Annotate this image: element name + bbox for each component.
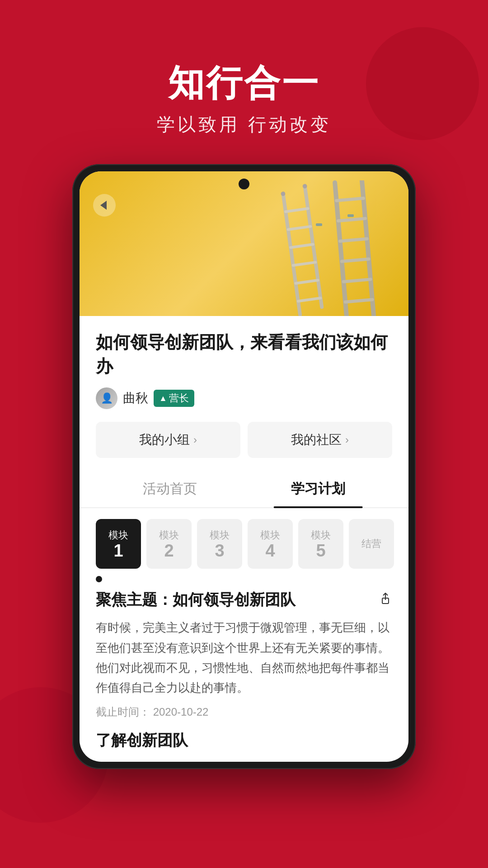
badge-text: 营长 [169,392,189,405]
module-tab-1[interactable]: 模块 1 [96,519,141,569]
svg-line-10 [335,183,347,316]
module-5-label: 模块 [311,528,331,542]
my-group-arrow-icon: › [193,434,197,446]
svg-line-14 [340,239,367,241]
svg-line-2 [286,208,308,212]
my-community-button[interactable]: 我的社区 › [248,422,392,458]
module-3-num: 3 [215,542,224,559]
camera-notch [239,179,249,189]
tab-activity[interactable]: 活动首页 [96,471,244,507]
module-2-label: 模块 [159,528,179,542]
author-name: 曲秋 [123,390,148,407]
svg-line-15 [342,259,369,261]
back-button[interactable] [93,194,116,217]
share-icon[interactable] [379,592,392,609]
svg-line-11 [362,180,374,316]
focus-body: 有时候，完美主义者过于习惯于微观管理，事无巨细，以至他们甚至没有意识到这个世界上… [96,618,392,698]
svg-rect-19 [347,214,354,217]
svg-line-16 [343,279,371,282]
author-avatar-icon: 👤 [96,387,117,409]
module-tabs: 模块 1 模块 2 模块 3 模块 4 模块 5 [80,519,408,569]
my-community-label: 我的社区 [291,431,342,448]
svg-line-4 [291,244,313,247]
deadline-label: 截止时间： [96,706,150,718]
module-4-label: 模块 [260,528,280,542]
phone-screen: 如何领导创新团队，来看看我们该如何办 👤 曲秋 ▲ 营长 我的小组 › [80,171,408,762]
svg-line-5 [293,262,316,265]
dot-indicator [80,572,408,590]
svg-line-12 [337,198,364,201]
article-title: 如何领导创新团队，来看看我们该如何办 [96,330,392,378]
module-2-num: 2 [164,542,174,559]
svg-line-6 [296,280,318,283]
section-heading: 了解创新团队 [96,730,392,751]
module-1-label: 模块 [108,528,128,542]
module-5-num: 5 [316,542,325,559]
tab-plan[interactable]: 学习计划 [244,471,392,507]
phone-mockup-container: 如何领导创新团队，来看看我们该如何办 👤 曲秋 ▲ 营长 我的小组 › [72,164,416,769]
author-badge: ▲ 营长 [154,390,194,407]
article-content: 如何领导创新团队，来看看我们该如何办 👤 曲秋 ▲ 营长 [80,316,408,409]
my-group-label: 我的小组 [139,431,190,448]
module-final-label: 结营 [361,537,381,551]
focus-section: 聚焦主题：如何领导创新团队 有时候，完美主义者过于习惯于微观管理，事无巨细，以至… [80,590,408,762]
module-tab-2[interactable]: 模块 2 [146,519,192,569]
svg-line-13 [338,218,366,221]
svg-line-3 [288,226,311,230]
svg-line-1 [305,186,322,307]
phone-mockup: 如何领导创新团队，来看看我们该如何办 👤 曲秋 ▲ 营长 我的小组 › [72,164,416,769]
badge-triangle-icon: ▲ [159,394,167,403]
svg-line-17 [345,300,372,302]
focus-header: 聚焦主题：如何领导创新团队 [96,590,392,610]
bg-decoration-right [366,27,479,140]
author-row: 👤 曲秋 ▲ 营长 [96,387,392,409]
module-1-num: 1 [113,542,123,559]
nav-buttons: 我的小组 › 我的社区 › [96,422,392,458]
article-image [80,171,408,316]
module-3-label: 模块 [210,528,230,542]
module-tab-4[interactable]: 模块 4 [248,519,293,569]
my-group-button[interactable]: 我的小组 › [96,422,240,458]
back-chevron-icon [100,201,107,210]
module-tab-5[interactable]: 模块 5 [298,519,343,569]
author-avatar: 👤 [96,387,117,409]
module-tab-3[interactable]: 模块 3 [197,519,242,569]
module-tab-final[interactable]: 结营 [349,519,394,569]
svg-line-7 [298,298,321,301]
svg-rect-18 [316,223,322,226]
my-community-arrow-icon: › [345,434,349,446]
deadline-value: 2020-10-22 [153,706,209,718]
deadline: 截止时间： 2020-10-22 [96,705,392,719]
active-dot [96,576,102,582]
ladder-illustration [264,180,390,316]
module-4-num: 4 [265,542,275,559]
focus-title: 聚焦主题：如何领导创新团队 [96,590,296,610]
tabs-row: 活动首页 学习计划 [80,471,408,508]
